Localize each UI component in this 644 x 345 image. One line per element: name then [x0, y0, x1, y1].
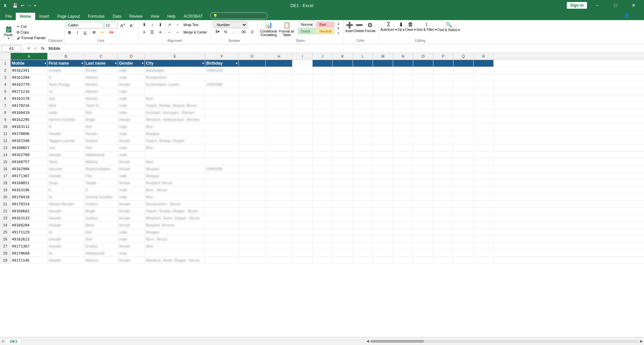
style-normal[interactable]: Normal: [298, 21, 316, 27]
cell-K26[interactable]: [333, 236, 353, 243]
cell-H13[interactable]: [266, 144, 292, 151]
cell-R22[interactable]: [474, 208, 494, 214]
cell-K9[interactable]: [333, 116, 353, 123]
cell-d1[interactable]: Gender ▾: [118, 60, 145, 67]
scroll-left-button[interactable]: ◀: [366, 339, 369, 343]
cell-b10[interactable]: A.: [48, 123, 85, 130]
cell-Q28[interactable]: [453, 250, 474, 257]
cell-M3[interactable]: [373, 74, 393, 81]
cell-P5[interactable]: [433, 88, 453, 95]
cell-P22[interactable]: [433, 208, 453, 214]
cell-d22[interactable]: female: [118, 208, 145, 214]
cell-Q16[interactable]: [453, 165, 474, 172]
cell-J17[interactable]: [313, 172, 333, 179]
cell-O27[interactable]: [413, 243, 433, 250]
cell-M25[interactable]: [373, 229, 393, 235]
cell-c23[interactable]: Eveline: [85, 215, 118, 221]
formula-input[interactable]: [47, 45, 643, 52]
cell-I8[interactable]: [292, 109, 313, 116]
scroll-right-button[interactable]: ▶: [640, 339, 643, 343]
cell-K4[interactable]: [333, 81, 353, 88]
cell-a23[interactable]: 49163133: [11, 215, 48, 221]
cell-a21[interactable]: 49170314: [11, 201, 48, 207]
cell-G13[interactable]: [239, 144, 266, 151]
cell-O7[interactable]: [413, 102, 433, 109]
cell-e2[interactable]: Aarwangen: [145, 67, 205, 74]
cell-Q18[interactable]: [453, 180, 474, 186]
cell-L26[interactable]: [353, 236, 373, 243]
cell-M4[interactable]: [373, 81, 393, 88]
cell-R18[interactable]: [474, 180, 494, 186]
cell-I2[interactable]: [292, 67, 313, 74]
cell-P10[interactable]: [433, 123, 453, 130]
increase-decimal-button[interactable]: .00: [239, 29, 248, 34]
cell-I7[interactable]: [292, 102, 313, 109]
cell-M14[interactable]: [373, 151, 393, 158]
cell-J4[interactable]: [313, 81, 333, 88]
cell-f16[interactable]: 19491980: [205, 165, 239, 172]
cell-M17[interactable]: [373, 172, 393, 179]
row-number[interactable]: 13: [0, 144, 11, 151]
add-sheet-button[interactable]: +: [0, 338, 6, 344]
cell-J2[interactable]: [313, 67, 333, 74]
cell-a5[interactable]: 49171216: [11, 88, 48, 95]
cell-d26[interactable]: male: [118, 236, 145, 243]
col-header-i[interactable]: I: [292, 53, 313, 60]
cell-d21[interactable]: female: [118, 201, 145, 207]
cell-L9[interactable]: [353, 116, 373, 123]
cell-j1[interactable]: [313, 60, 333, 67]
cell-K17[interactable]: [333, 172, 353, 179]
cell-c18[interactable]: Tangie: [85, 180, 118, 186]
cell-Q25[interactable]: [453, 229, 474, 235]
cell-G28[interactable]: [239, 250, 266, 257]
cell-L27[interactable]: [353, 243, 373, 250]
row-number[interactable]: 20: [0, 194, 11, 200]
cell-J22[interactable]: [313, 208, 333, 214]
cell-H29[interactable]: [266, 257, 292, 264]
cell-c2[interactable]: Renato: [85, 67, 118, 74]
cell-N14[interactable]: [393, 151, 413, 158]
row-number[interactable]: 14: [0, 151, 11, 158]
cell-R7[interactable]: [474, 102, 494, 109]
cell-P2[interactable]: [433, 67, 453, 74]
cell-I15[interactable]: [292, 158, 313, 165]
cell-H22[interactable]: [266, 208, 292, 214]
minimize-button[interactable]: −: [590, 0, 605, 11]
cell-c7[interactable]: Tanel To: [85, 102, 118, 109]
cell-e5[interactable]: [145, 88, 205, 95]
cell-L15[interactable]: [353, 158, 373, 165]
cell-P16[interactable]: [433, 165, 453, 172]
cell-b28[interactable]: Ar.: [48, 250, 85, 257]
row-number[interactable]: 7: [0, 102, 11, 109]
cell-O2[interactable]: [413, 67, 433, 74]
cell-e22[interactable]: Flaach, Rorbas, Boppel - Bircon: [145, 208, 205, 214]
cell-L7[interactable]: [353, 102, 373, 109]
cell-P11[interactable]: [433, 130, 453, 137]
col-header-a[interactable]: A: [11, 53, 48, 60]
increase-font-button[interactable]: A+: [119, 21, 127, 29]
cell-d10[interactable]: male: [118, 123, 145, 130]
cell-G15[interactable]: [239, 158, 266, 165]
cell-e26[interactable]: Bern - Bircon: [145, 236, 205, 243]
cell-b12[interactable]: Taggart-Lüscher: [48, 137, 85, 144]
cell-b11[interactable]: Howald: [48, 130, 85, 137]
cell-b2[interactable]: Howald: [48, 67, 85, 74]
cell-b4[interactable]: Suter-Ruegg: [48, 81, 85, 88]
cell-H5[interactable]: [266, 88, 292, 95]
row-number[interactable]: 8: [0, 109, 11, 116]
cell-d25[interactable]: male: [118, 229, 145, 235]
row-number[interactable]: 23: [0, 215, 11, 221]
cell-K19[interactable]: [333, 187, 353, 193]
cell-f24[interactable]: [205, 222, 239, 228]
cell-M11[interactable]: [373, 130, 393, 137]
cell-Q22[interactable]: [453, 208, 474, 214]
cell-R4[interactable]: [474, 81, 494, 88]
cell-Q20[interactable]: [453, 194, 474, 200]
cell-c5[interactable]: Wacker: [85, 88, 118, 95]
cell-K8[interactable]: [333, 109, 353, 116]
cell-J23[interactable]: [313, 215, 333, 221]
cell-c13[interactable]: Roli: [85, 144, 118, 151]
row-number[interactable]: 29: [0, 257, 11, 264]
cell-G23[interactable]: [239, 215, 266, 221]
cell-R24[interactable]: [474, 222, 494, 228]
